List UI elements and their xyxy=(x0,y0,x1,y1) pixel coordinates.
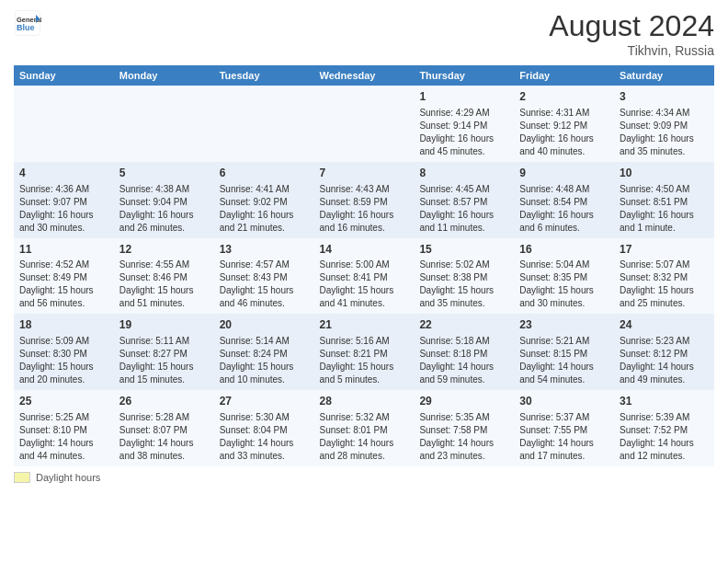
day-cell: 7Sunrise: 4:43 AM Sunset: 8:59 PM Daylig… xyxy=(314,162,415,238)
day-number: 12 xyxy=(119,242,209,258)
day-info: Sunrise: 4:31 AM Sunset: 9:12 PM Dayligh… xyxy=(519,107,609,158)
day-number: 22 xyxy=(419,317,508,333)
day-number: 15 xyxy=(419,242,508,258)
day-cell xyxy=(214,86,314,162)
day-info: Sunrise: 4:57 AM Sunset: 8:43 PM Dayligh… xyxy=(220,259,309,310)
day-cell: 15Sunrise: 5:02 AM Sunset: 8:38 PM Dayli… xyxy=(414,238,514,315)
day-info: Sunrise: 4:38 AM Sunset: 9:04 PM Dayligh… xyxy=(119,183,209,235)
day-cell: 1Sunrise: 4:29 AM Sunset: 9:14 PM Daylig… xyxy=(414,86,514,162)
day-info: Sunrise: 4:36 AM Sunset: 9:07 PM Dayligh… xyxy=(19,183,108,235)
header-row: Sunday Monday Tuesday Wednesday Thursday… xyxy=(14,65,714,86)
legend: Daylight hours xyxy=(14,472,714,483)
day-cell: 3Sunrise: 4:34 AM Sunset: 9:09 PM Daylig… xyxy=(614,86,714,162)
day-cell: 8Sunrise: 4:45 AM Sunset: 8:57 PM Daylig… xyxy=(414,162,514,238)
day-cell: 13Sunrise: 4:57 AM Sunset: 8:43 PM Dayli… xyxy=(214,238,314,315)
day-cell: 18Sunrise: 5:09 AM Sunset: 8:30 PM Dayli… xyxy=(14,314,114,390)
day-info: Sunrise: 5:25 AM Sunset: 8:10 PM Dayligh… xyxy=(19,411,108,463)
day-number: 27 xyxy=(220,394,309,409)
header: General Blue August 2024 Tikhvin, Russia xyxy=(14,9,714,58)
col-friday: Friday xyxy=(514,65,614,86)
day-info: Sunrise: 5:21 AM Sunset: 8:15 PM Dayligh… xyxy=(519,335,609,386)
subtitle: Tikhvin, Russia xyxy=(549,43,714,58)
day-cell xyxy=(314,86,415,162)
day-cell: 29Sunrise: 5:35 AM Sunset: 7:58 PM Dayli… xyxy=(414,390,514,466)
day-number: 23 xyxy=(519,317,609,333)
day-number: 25 xyxy=(19,394,108,409)
logo: General Blue xyxy=(14,9,41,37)
day-cell: 12Sunrise: 4:55 AM Sunset: 8:46 PM Dayli… xyxy=(114,238,214,315)
day-number: 5 xyxy=(119,166,209,181)
calendar-table: Sunday Monday Tuesday Wednesday Thursday… xyxy=(14,65,714,466)
day-cell xyxy=(14,86,114,162)
day-number: 6 xyxy=(220,166,309,181)
day-info: Sunrise: 5:18 AM Sunset: 8:18 PM Dayligh… xyxy=(419,335,508,386)
day-info: Sunrise: 4:34 AM Sunset: 9:09 PM Dayligh… xyxy=(620,107,709,158)
col-monday: Monday xyxy=(114,65,214,86)
day-cell: 23Sunrise: 5:21 AM Sunset: 8:15 PM Dayli… xyxy=(514,314,614,390)
day-cell: 14Sunrise: 5:00 AM Sunset: 8:41 PM Dayli… xyxy=(314,238,415,315)
day-cell: 21Sunrise: 5:16 AM Sunset: 8:21 PM Dayli… xyxy=(314,314,415,390)
week-row-3: 18Sunrise: 5:09 AM Sunset: 8:30 PM Dayli… xyxy=(14,314,714,390)
legend-label: Daylight hours xyxy=(36,472,100,483)
day-info: Sunrise: 5:30 AM Sunset: 8:04 PM Dayligh… xyxy=(220,411,309,463)
day-number: 4 xyxy=(19,166,108,181)
col-wednesday: Wednesday xyxy=(314,65,415,86)
day-number: 30 xyxy=(519,394,609,409)
col-tuesday: Tuesday xyxy=(214,65,314,86)
day-cell: 17Sunrise: 5:07 AM Sunset: 8:32 PM Dayli… xyxy=(614,238,714,315)
day-cell: 27Sunrise: 5:30 AM Sunset: 8:04 PM Dayli… xyxy=(214,390,314,466)
day-cell: 26Sunrise: 5:28 AM Sunset: 8:07 PM Dayli… xyxy=(114,390,214,466)
day-cell xyxy=(114,86,214,162)
day-info: Sunrise: 4:29 AM Sunset: 9:14 PM Dayligh… xyxy=(419,107,508,158)
day-info: Sunrise: 4:52 AM Sunset: 8:49 PM Dayligh… xyxy=(19,259,108,310)
week-row-1: 4Sunrise: 4:36 AM Sunset: 9:07 PM Daylig… xyxy=(14,162,714,238)
day-cell: 9Sunrise: 4:48 AM Sunset: 8:54 PM Daylig… xyxy=(514,162,614,238)
svg-text:Blue: Blue xyxy=(17,23,35,32)
day-cell: 10Sunrise: 4:50 AM Sunset: 8:51 PM Dayli… xyxy=(614,162,714,238)
day-info: Sunrise: 5:09 AM Sunset: 8:30 PM Dayligh… xyxy=(19,335,108,386)
day-number: 21 xyxy=(320,317,409,333)
day-number: 19 xyxy=(119,317,209,333)
main-title: August 2024 xyxy=(549,9,714,43)
day-info: Sunrise: 4:50 AM Sunset: 8:51 PM Dayligh… xyxy=(620,183,709,235)
day-number: 26 xyxy=(119,394,209,409)
day-info: Sunrise: 5:11 AM Sunset: 8:27 PM Dayligh… xyxy=(119,335,209,386)
day-cell: 5Sunrise: 4:38 AM Sunset: 9:04 PM Daylig… xyxy=(114,162,214,238)
day-number: 29 xyxy=(419,394,508,409)
day-info: Sunrise: 4:41 AM Sunset: 9:02 PM Dayligh… xyxy=(220,183,309,235)
day-number: 24 xyxy=(620,317,709,333)
day-info: Sunrise: 5:39 AM Sunset: 7:52 PM Dayligh… xyxy=(620,411,709,463)
day-number: 31 xyxy=(620,394,709,409)
day-cell: 28Sunrise: 5:32 AM Sunset: 8:01 PM Dayli… xyxy=(314,390,415,466)
day-number: 9 xyxy=(519,166,609,181)
day-cell: 6Sunrise: 4:41 AM Sunset: 9:02 PM Daylig… xyxy=(214,162,314,238)
day-info: Sunrise: 5:37 AM Sunset: 7:55 PM Dayligh… xyxy=(519,411,609,463)
day-number: 13 xyxy=(220,242,309,258)
day-info: Sunrise: 4:48 AM Sunset: 8:54 PM Dayligh… xyxy=(519,183,609,235)
day-cell: 22Sunrise: 5:18 AM Sunset: 8:18 PM Dayli… xyxy=(414,314,514,390)
day-number: 28 xyxy=(320,394,409,409)
col-sunday: Sunday xyxy=(14,65,114,86)
day-number: 7 xyxy=(320,166,409,181)
day-cell: 11Sunrise: 4:52 AM Sunset: 8:49 PM Dayli… xyxy=(14,238,114,315)
day-cell: 30Sunrise: 5:37 AM Sunset: 7:55 PM Dayli… xyxy=(514,390,614,466)
day-cell: 19Sunrise: 5:11 AM Sunset: 8:27 PM Dayli… xyxy=(114,314,214,390)
page: General Blue August 2024 Tikhvin, Russia… xyxy=(0,0,728,563)
day-info: Sunrise: 4:43 AM Sunset: 8:59 PM Dayligh… xyxy=(320,183,409,235)
logo-icon: General Blue xyxy=(14,9,41,37)
day-cell: 16Sunrise: 5:04 AM Sunset: 8:35 PM Dayli… xyxy=(514,238,614,315)
day-cell: 24Sunrise: 5:23 AM Sunset: 8:12 PM Dayli… xyxy=(614,314,714,390)
week-row-4: 25Sunrise: 5:25 AM Sunset: 8:10 PM Dayli… xyxy=(14,390,714,466)
week-row-0: 1Sunrise: 4:29 AM Sunset: 9:14 PM Daylig… xyxy=(14,86,714,162)
day-number: 2 xyxy=(519,89,609,105)
day-cell: 2Sunrise: 4:31 AM Sunset: 9:12 PM Daylig… xyxy=(514,86,614,162)
day-number: 18 xyxy=(19,317,108,333)
day-number: 20 xyxy=(220,317,309,333)
day-info: Sunrise: 4:55 AM Sunset: 8:46 PM Dayligh… xyxy=(119,259,209,310)
day-info: Sunrise: 5:23 AM Sunset: 8:12 PM Dayligh… xyxy=(620,335,709,386)
day-number: 11 xyxy=(19,242,108,258)
day-info: Sunrise: 5:28 AM Sunset: 8:07 PM Dayligh… xyxy=(119,411,209,463)
day-cell: 25Sunrise: 5:25 AM Sunset: 8:10 PM Dayli… xyxy=(14,390,114,466)
col-saturday: Saturday xyxy=(614,65,714,86)
title-block: August 2024 Tikhvin, Russia xyxy=(549,9,714,58)
